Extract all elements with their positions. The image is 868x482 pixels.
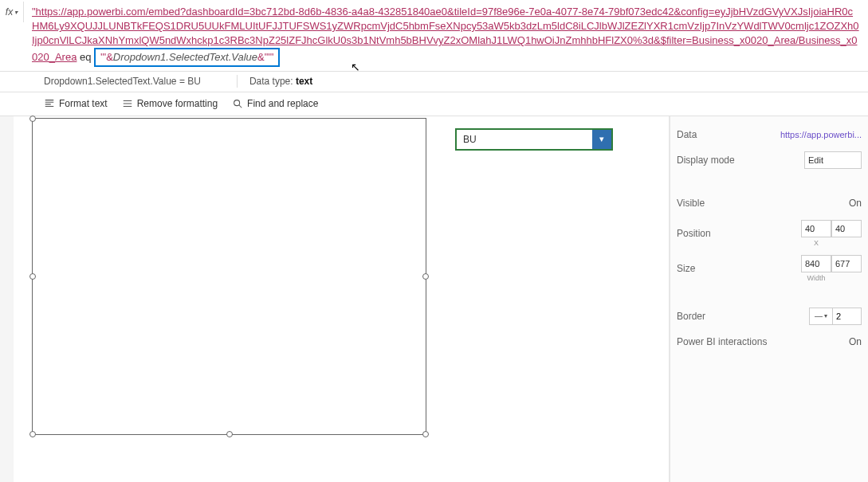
powerbi-tile[interactable]	[32, 118, 426, 435]
formula-result-bar: Dropdown1.SelectedText.Value = BU Data t…	[0, 72, 868, 92]
size-height-sublabel	[846, 274, 848, 282]
main-area: BU ▾ Data https://app.powerbi... Display…	[0, 116, 868, 482]
fx-button[interactable]: fx ▾	[0, 2, 24, 22]
formula-editor[interactable]: "https://app.powerbi.com/embed?dashboard…	[24, 2, 868, 69]
formula-eq: eq	[77, 51, 94, 63]
prop-visible-value[interactable]: On	[756, 198, 862, 209]
find-replace-button[interactable]: Find and replace	[232, 98, 318, 109]
svg-point-0	[234, 100, 240, 106]
border-style-select[interactable]: —▾	[809, 308, 833, 325]
format-text-button[interactable]: Format text	[44, 98, 108, 109]
prop-position: Position X	[677, 220, 862, 247]
find-replace-label: Find and replace	[247, 98, 318, 109]
prop-powerbi-interactions: Power BI interactions On	[677, 333, 862, 351]
resize-handle[interactable]	[29, 116, 36, 122]
remove-formatting-label: Remove formatting	[137, 98, 218, 109]
chevron-down-icon: ▾	[14, 9, 18, 16]
formula-highlight-box: '"&Dropdown1.SelectedText.Value&"'"	[94, 48, 280, 67]
separator	[237, 75, 238, 88]
dropdown1-control[interactable]: BU ▾	[455, 128, 613, 151]
position-y-input[interactable]	[831, 220, 862, 237]
resize-handle[interactable]	[29, 431, 36, 437]
formula-expression: Dropdown1.SelectedText.Value	[113, 51, 257, 63]
resize-handle[interactable]	[422, 273, 429, 280]
format-text-icon	[44, 98, 55, 109]
prop-border-label: Border	[677, 311, 756, 322]
chevron-down-icon: ▾	[824, 312, 827, 319]
position-y-sublabel	[846, 239, 848, 247]
chevron-down-icon[interactable]: ▾	[592, 130, 611, 149]
fx-label-text: fx	[6, 6, 13, 18]
prop-size-label: Size	[677, 263, 756, 274]
search-icon	[232, 98, 243, 109]
prop-visible-label: Visible	[677, 198, 756, 209]
prop-position-label: Position	[677, 228, 756, 239]
prop-data: Data https://app.powerbi...	[677, 126, 862, 143]
size-height-input[interactable]	[831, 255, 862, 272]
size-width-input[interactable]	[801, 255, 831, 272]
prop-data-label: Data	[677, 129, 756, 140]
display-mode-input[interactable]	[804, 151, 862, 169]
data-type-label: Data type: text	[249, 76, 312, 87]
position-x-input[interactable]	[801, 220, 831, 237]
formula-result: Dropdown1.SelectedText.Value = BU	[44, 76, 201, 87]
prop-display-mode-label: Display mode	[677, 155, 756, 166]
border-width-input[interactable]	[833, 308, 862, 325]
prop-size: Size Width	[677, 255, 862, 282]
properties-panel: Data https://app.powerbi... Display mode…	[670, 116, 868, 482]
canvas[interactable]: BU ▾	[14, 116, 670, 482]
remove-formatting-button[interactable]: Remove formatting	[122, 98, 218, 109]
formula-bar: fx ▾ "https://app.powerbi.com/embed?dash…	[0, 0, 868, 72]
formula-prefix: '"&	[100, 51, 113, 63]
formula-suffix: &"'"	[257, 51, 273, 63]
format-text-label: Format text	[59, 98, 108, 109]
resize-handle[interactable]	[226, 431, 233, 437]
resize-handle[interactable]	[29, 273, 36, 280]
size-width-sublabel: Width	[807, 274, 825, 282]
prop-display-mode: Display mode	[677, 151, 862, 169]
resize-handle[interactable]	[422, 431, 429, 437]
remove-formatting-icon	[122, 98, 133, 109]
prop-border: Border —▾	[677, 308, 862, 325]
formula-toolbar: Format text Remove formatting Find and r…	[0, 92, 868, 116]
prop-pbi-label: Power BI interactions	[677, 336, 788, 347]
prop-pbi-value[interactable]: On	[788, 336, 862, 347]
prop-data-value[interactable]: https://app.powerbi...	[780, 130, 862, 139]
prop-visible: Visible On	[677, 194, 862, 212]
position-x-sublabel: X	[814, 239, 819, 247]
dropdown-selected-text: BU	[457, 134, 592, 145]
